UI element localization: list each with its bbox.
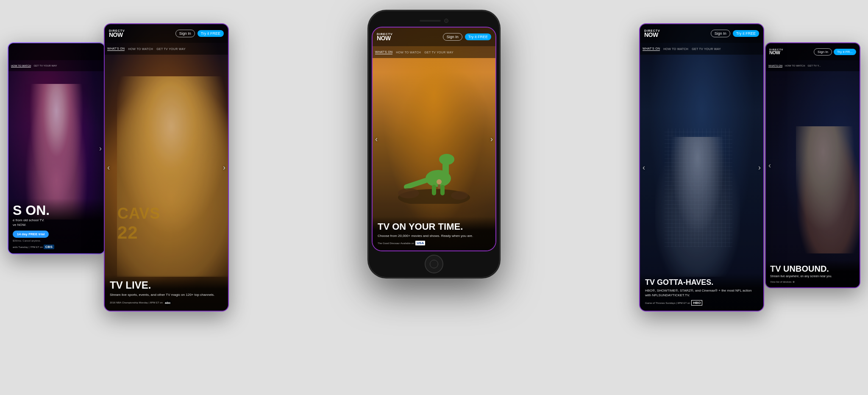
center-nav: WHAT'S ON HOW TO WATCH GET TV YOUR WAY: [373, 46, 495, 58]
center-try-button[interactable]: Try it FREE: [465, 33, 491, 40]
card-5-logo: DIRECTV NOW: [769, 48, 783, 55]
center-card-bg: DIRECTV NOW Sign In Try it FREE WHAT'S O…: [373, 28, 495, 250]
card-1-network-cbs: CBS: [44, 245, 54, 249]
card-4-header: DIRECTV NOW Sign In Try it FREE: [640, 24, 763, 43]
card-5-header: DIRECTV NOW Sign In Try it FR...: [766, 43, 860, 60]
center-logo-now: NOW: [377, 35, 393, 41]
card-4-footer-text: Game of Thrones Sundays | 9PM ET on: [645, 302, 690, 304]
card-4-nav-how-to-watch[interactable]: HOW TO WATCH: [663, 47, 688, 50]
home-button-inner: [430, 260, 438, 268]
center-logo: DIRECTV NOW: [377, 33, 393, 41]
card-4-nav: WHAT'S ON HOW TO WATCH GET TV YOUR WAY: [640, 43, 763, 55]
card-2-signin-button[interactable]: Sign In: [175, 30, 195, 37]
card-1-nav-watch[interactable]: HOW TO WATCH: [11, 64, 31, 67]
card-5-try-button[interactable]: Try it FR...: [834, 49, 856, 55]
center-arrow-left[interactable]: ‹: [375, 135, 378, 144]
main-scene: HOW TO WATCH GET TV YOUR WAY S ON. e fro…: [0, 0, 868, 395]
phone-screen: DIRECTV NOW Sign In Try it FREE WHAT'S O…: [372, 27, 496, 251]
dark-overlay-5: [766, 43, 860, 287]
card-4-arrow-right[interactable]: ›: [758, 163, 761, 172]
card-2-try-button[interactable]: Try it FREE: [198, 30, 224, 37]
card-5-nav: WHAT'S ON HOW TO WATCH GET TV Y...: [766, 60, 860, 71]
card-4-nav-get-tv[interactable]: GET TV YOUR WAY: [692, 47, 721, 50]
dark-overlay-2: [105, 24, 228, 311]
card-2-logo: DIRECTV NOW: [109, 29, 125, 38]
card-1-header: [8, 43, 104, 60]
card-1-desc: e from old school TV.ve NOW.: [13, 218, 100, 227]
jersey-text: CAVS22: [117, 205, 160, 243]
card-2-network-abc: abc: [164, 300, 172, 306]
center-desc: Choose from 20,000+ movies and shows. Re…: [378, 234, 490, 238]
screen-card-4: DIRECTV NOW Sign In Try it FREE WHAT'S O…: [639, 23, 764, 312]
card-5-nav-whats-on[interactable]: WHAT'S ON: [768, 64, 782, 67]
phone-body: DIRECTV NOW Sign In Try it FREE WHAT'S O…: [368, 11, 500, 278]
center-content: TV ON YOUR TIME. Choose from 20,000+ mov…: [373, 217, 495, 250]
center-nav-whats-on[interactable]: WHAT'S ON: [375, 50, 392, 54]
center-arrow-right[interactable]: ›: [490, 135, 493, 144]
phone-home-button[interactable]: [425, 255, 443, 273]
card-4-signin-button[interactable]: Sign In: [711, 30, 730, 37]
card-4-try-button[interactable]: Try it FREE: [733, 30, 759, 37]
card-2-nav: WHAT'S ON HOW TO WATCH GET TV YOUR WAY: [105, 43, 228, 55]
card-2-arrow-left[interactable]: ‹: [107, 163, 110, 172]
card-5-content: TV UNBOUND. Stream live anywhere, on any…: [766, 260, 860, 287]
card-5-arrow-left[interactable]: ‹: [768, 161, 771, 170]
card-1-footer-text: ards Tuesday | 7PM ET on: [13, 246, 43, 248]
card-2-arrow-right[interactable]: ›: [223, 163, 225, 172]
card-1-nav: HOW TO WATCH GET TV YOUR WAY: [8, 60, 104, 71]
phone-device-wrapper: DIRECTV NOW Sign In Try it FREE WHAT'S O…: [368, 11, 500, 278]
card-2-footer: 2016 NBA Championship Monday | 8PM ET on…: [110, 300, 223, 306]
card-1-content: S ON. e from old school TV.ve NOW. 14 da…: [8, 198, 104, 253]
card-5-footer-text: View list of devices: [770, 281, 792, 283]
card-1-cta-button[interactable]: 14 day FREE trial: [13, 231, 49, 238]
card-2-header: DIRECTV NOW Sign In Try it FREE: [105, 24, 228, 43]
card-2-bg: CAVS22 DIRECTV NOW Sign In Try it FREE W…: [105, 24, 228, 311]
center-signin-button[interactable]: Sign In: [443, 33, 462, 41]
card-5-nav-how-to-watch[interactable]: HOW TO WATCH: [785, 64, 805, 67]
card-1-legal: $35/mo. Cancel anytime.: [13, 239, 100, 242]
center-nav-how-to-watch[interactable]: HOW TO WATCH: [396, 51, 421, 54]
center-header: DIRECTV NOW Sign In Try it FREE: [373, 28, 495, 46]
card-2-title: TV LIVE.: [110, 280, 223, 291]
card-1-title: S ON.: [13, 203, 100, 218]
card-4-bg: DIRECTV NOW Sign In Try it FREE WHAT'S O…: [640, 24, 763, 311]
card-4-content: TV GOTTA-HAVES. HBO®, SHOWTIME®, STARZ®,…: [640, 273, 763, 311]
screen-card-2: CAVS22 DIRECTV NOW Sign In Try it FREE W…: [104, 23, 229, 312]
card-4-arrow-left[interactable]: ‹: [643, 163, 645, 172]
card-5-bg: DIRECTV NOW Sign In Try it FR... WHAT'S …: [766, 43, 860, 287]
phone-camera: [444, 19, 448, 23]
card-2-footer-text: 2016 NBA Championship Monday | 8PM ET on: [110, 301, 163, 304]
screen-card-5: DIRECTV NOW Sign In Try it FR... WHAT'S …: [765, 42, 860, 288]
center-nav-get-tv[interactable]: GET TV YOUR WAY: [424, 51, 453, 54]
card-4-network-hbo: HBO: [691, 300, 702, 306]
card-4-title: TV GOTTA-HAVES.: [645, 278, 758, 287]
card-2-nav-how-to-watch[interactable]: HOW TO WATCH: [128, 47, 153, 50]
card-2-nav-get-tv[interactable]: GET TV YOUR WAY: [156, 47, 186, 50]
center-title: TV ON YOUR TIME.: [378, 222, 490, 232]
card-2-content: TV LIVE. Stream live sports, events, and…: [105, 275, 228, 311]
card-1-arrow-right[interactable]: ›: [99, 144, 102, 153]
card-4-nav-whats-on[interactable]: WHAT'S ON: [643, 47, 660, 51]
card-4-footer: Game of Thrones Sundays | 9PM ET on HBO: [645, 300, 758, 306]
card-4-logo-now: NOW: [644, 32, 660, 38]
screen-card-1: HOW TO WATCH GET TV YOUR WAY S ON. e fro…: [8, 42, 105, 254]
card-5-logo-now: NOW: [769, 50, 783, 55]
card-4-logo: DIRECTV NOW: [644, 29, 660, 38]
card-5-signin-button[interactable]: Sign In: [814, 48, 832, 56]
card-5-nav-get-tv[interactable]: GET TV Y...: [808, 64, 821, 67]
phone-speaker: [420, 20, 441, 22]
armor-texture: [665, 128, 732, 247]
card-2-nav-whats-on[interactable]: WHAT'S ON: [107, 47, 125, 51]
center-network-usa: USA: [415, 241, 425, 245]
center-footer: The Good Dinosaur Available on USA: [378, 241, 490, 245]
card-5-footer-icon: ⊕: [793, 280, 795, 283]
card-1-bg: HOW TO WATCH GET TV YOUR WAY S ON. e fro…: [8, 43, 104, 253]
card-1-nav-get[interactable]: GET TV YOUR WAY: [33, 64, 57, 67]
card-5-footer: View list of devices ⊕: [770, 280, 855, 283]
card-5-title: TV UNBOUND.: [770, 264, 855, 273]
card-1-footer: ards Tuesday | 7PM ET on CBS: [13, 245, 100, 249]
card-2-desc: Stream live sports, events, and other TV…: [110, 293, 223, 297]
card-4-desc: HBO®, SHOWTIME®, STARZ®, and Cinemax® + …: [645, 289, 758, 298]
card-5-desc: Stream live anywhere, on any screen near…: [770, 274, 855, 278]
card-2-logo-now: NOW: [109, 32, 125, 38]
